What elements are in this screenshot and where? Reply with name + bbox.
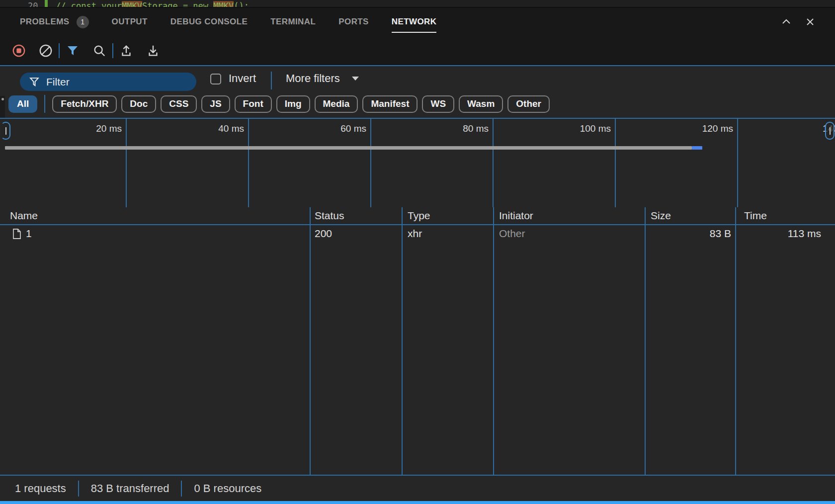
invert-checkbox[interactable] [210, 74, 221, 84]
grip-line [830, 127, 831, 135]
chip-label: Fetch/XHR [61, 98, 108, 109]
funnel-icon [29, 77, 40, 87]
column-divider[interactable] [493, 207, 494, 475]
tab-network[interactable]: NETWORK [392, 17, 437, 27]
overview-window-right-grip[interactable] [825, 122, 835, 140]
cell-status: 200 [315, 228, 332, 240]
more-filters-dropdown[interactable]: More filters [286, 72, 360, 85]
column-header-initiator[interactable]: Initiator [499, 210, 533, 222]
close-panel-icon[interactable] [803, 15, 817, 29]
requests-count: 1 requests [15, 482, 66, 495]
toolbar-divider [59, 43, 60, 58]
tab-label: NETWORK [392, 17, 437, 27]
filter-placeholder: Filter [46, 76, 70, 88]
timeline-tick: 100 ms [489, 123, 611, 135]
tab-debug-console[interactable]: DEBUG CONSOLE [170, 17, 248, 27]
chip-label: Font [243, 98, 263, 109]
overview-ruler-dot [1, 98, 4, 100]
chip-manifest[interactable]: Manifest [362, 95, 418, 113]
tab-label: PROBLEMS [20, 17, 70, 27]
column-divider[interactable] [310, 207, 311, 475]
search-icon[interactable] [92, 44, 106, 58]
network-overview-timeline[interactable]: 20 ms 40 ms 60 ms 80 ms 100 ms 120 ms 14… [0, 118, 835, 207]
chip-label: CSS [169, 98, 188, 109]
network-toolbar [0, 36, 835, 65]
grip-line [5, 127, 6, 135]
filter-icon[interactable] [66, 44, 80, 58]
network-status-bar: 1 requests 83 B transferred 0 B resource… [0, 476, 835, 501]
column-divider[interactable] [402, 207, 403, 475]
timeline-tick: 20 ms [0, 123, 122, 135]
column-divider[interactable] [645, 207, 646, 475]
clear-icon[interactable] [39, 44, 53, 58]
chip-label: Doc [130, 98, 148, 109]
cell-time: 113 ms [735, 228, 821, 240]
chip-label: All [17, 98, 29, 109]
tab-label: OUTPUT [112, 17, 148, 27]
chip-doc[interactable]: Doc [121, 95, 156, 113]
resource-type-filter-chips: All Fetch/XHR Doc CSS JS Font Img Media … [8, 95, 550, 113]
transferred-size: 83 B transferred [91, 482, 169, 495]
cell-name: 1 [26, 228, 32, 240]
chip-js[interactable]: JS [201, 95, 230, 113]
download-har-icon[interactable] [146, 44, 160, 58]
chip-label: Other [516, 98, 541, 109]
editor-code-sliver: 20 // const yourMMKVStorage = new MMKV()… [0, 0, 835, 8]
request-overview-bar [5, 146, 692, 150]
tab-label: PORTS [338, 17, 369, 27]
table-row[interactable]: 1 200 xhr Other 83 B 113 ms [0, 225, 835, 243]
chip-ws[interactable]: WS [422, 95, 454, 113]
chevron-down-icon [351, 76, 360, 82]
more-filters-label: More filters [286, 72, 340, 85]
column-header-size[interactable]: Size [651, 210, 671, 222]
timeline-tick: 60 ms [245, 123, 366, 135]
chip-img[interactable]: Img [276, 95, 310, 113]
status-divider [181, 481, 182, 497]
tab-terminal[interactable]: TERMINAL [270, 17, 316, 27]
chip-css[interactable]: CSS [161, 95, 197, 113]
tab-output[interactable]: OUTPUT [112, 17, 148, 27]
chip-label: Manifest [371, 98, 409, 109]
resources-size: 0 B resources [194, 482, 261, 495]
filter-divider [271, 72, 272, 89]
chips-divider [44, 95, 45, 113]
timeline-gridline [737, 119, 738, 207]
column-header-type[interactable]: Type [408, 210, 430, 222]
tab-label: TERMINAL [270, 17, 316, 27]
panel-tab-bar: PROBLEMS 1 OUTPUT DEBUG CONSOLE TERMINAL… [0, 8, 835, 36]
column-divider[interactable] [735, 207, 736, 475]
vscode-bottom-panel: 20 // const yourMMKVStorage = new MMKV()… [0, 0, 835, 504]
requests-table-header: Name Status Type Initiator Size Time [0, 207, 835, 225]
timeline-tick: 40 ms [122, 123, 244, 135]
window-bottom-accent-line [0, 501, 835, 504]
cell-size: 83 B [645, 228, 731, 240]
column-header-time[interactable]: Time [744, 210, 767, 222]
column-header-name[interactable]: Name [10, 210, 38, 222]
chip-label: Img [285, 98, 302, 109]
chip-wasm[interactable]: Wasm [459, 95, 503, 113]
cell-initiator: Other [499, 228, 525, 240]
timeline-tick: 80 ms [367, 123, 489, 135]
chip-label: Wasm [467, 98, 495, 109]
chip-label: Media [323, 98, 350, 109]
filter-input[interactable]: Filter [20, 73, 196, 91]
overview-window-left-grip[interactable] [1, 122, 10, 140]
upload-har-icon[interactable] [119, 44, 133, 58]
chip-all[interactable]: All [8, 95, 37, 113]
column-header-status[interactable]: Status [315, 210, 344, 222]
chip-fetch-xhr[interactable]: Fetch/XHR [52, 95, 117, 113]
tab-ports[interactable]: PORTS [338, 17, 369, 27]
tab-label: DEBUG CONSOLE [170, 17, 248, 27]
invert-label: Invert [229, 72, 256, 85]
chip-media[interactable]: Media [315, 95, 358, 113]
chip-font[interactable]: Font [235, 95, 272, 113]
record-icon[interactable] [12, 44, 26, 58]
problems-count-badge: 1 [77, 16, 89, 28]
cell-type: xhr [408, 228, 422, 240]
chip-label: WS [430, 98, 446, 109]
maximize-panel-icon[interactable] [779, 15, 793, 29]
request-overview-bar-download [692, 146, 702, 150]
status-divider [78, 481, 79, 497]
tab-problems[interactable]: PROBLEMS 1 [20, 16, 89, 28]
chip-other[interactable]: Other [507, 95, 550, 113]
